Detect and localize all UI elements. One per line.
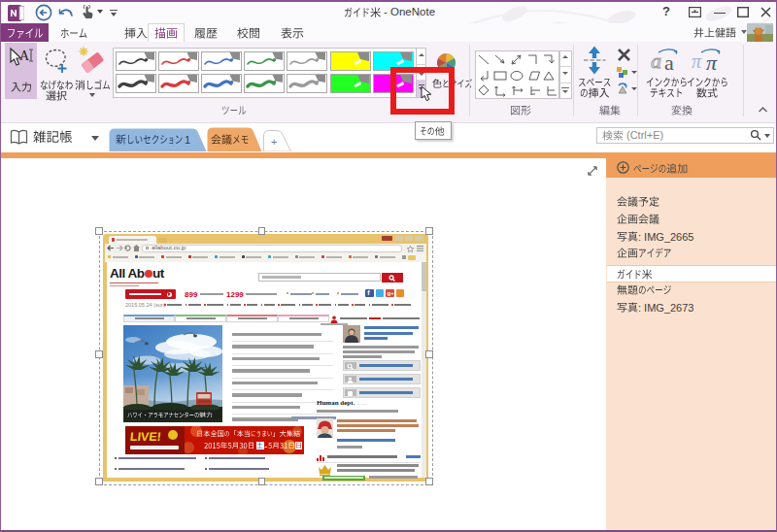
svg-text:a: a — [664, 50, 674, 74]
svg-text:π: π — [692, 50, 702, 72]
svg-text:LIVE!: LIVE! — [129, 430, 161, 444]
svg-text:A: A — [19, 49, 30, 63]
svg-text:π: π — [706, 50, 718, 74]
